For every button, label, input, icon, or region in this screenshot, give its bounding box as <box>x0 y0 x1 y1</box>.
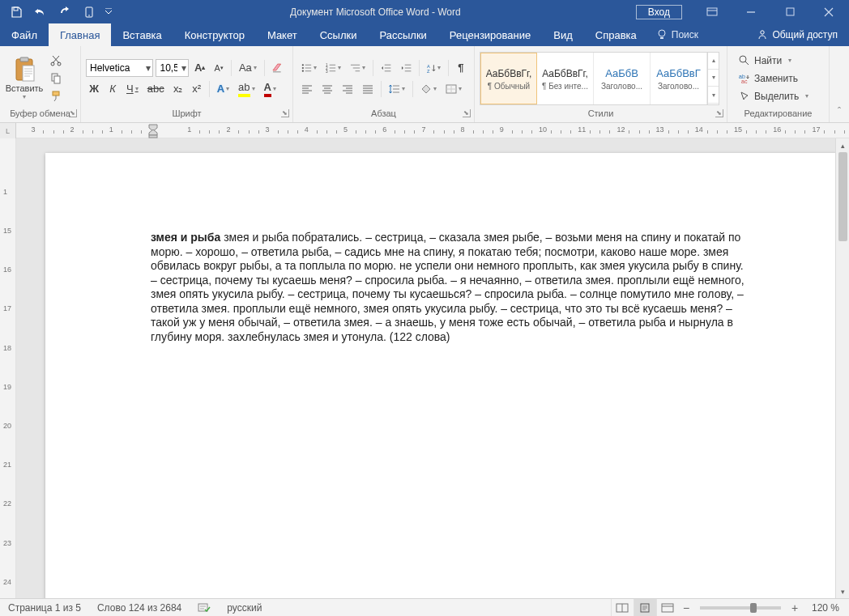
hanging-indent-icon[interactable] <box>148 130 158 138</box>
find-button[interactable]: Найти▾ <box>736 53 812 69</box>
align-center-icon[interactable] <box>318 80 336 98</box>
strikethrough-button[interactable]: abc <box>144 80 168 98</box>
ribbon-display-options-icon[interactable] <box>693 0 731 23</box>
zoom-level[interactable]: 120 % <box>802 599 849 616</box>
ruler-vertical[interactable]: 1151617181920212223242526 <box>0 138 16 598</box>
scroll-down-icon[interactable]: ▾ <box>836 584 849 598</box>
justify-icon[interactable] <box>359 80 377 98</box>
text-effects-icon[interactable]: A <box>214 80 233 98</box>
tab-file[interactable]: Файл <box>0 23 49 46</box>
decrease-indent-icon[interactable] <box>378 59 395 77</box>
underline-button[interactable]: Ч <box>123 80 142 98</box>
read-mode-icon[interactable] <box>611 599 634 617</box>
bold-button[interactable]: Ж <box>86 80 102 98</box>
style-normal[interactable]: АаБбВвГг,¶ Обычный <box>480 53 537 104</box>
tab-design[interactable]: Конструктор <box>173 23 256 46</box>
style-no-spacing[interactable]: АаБбВвГг,¶ Без инте... <box>537 53 594 104</box>
style-heading1[interactable]: АаБбВЗаголово... <box>594 53 651 104</box>
web-layout-icon[interactable] <box>656 599 679 617</box>
change-case-icon[interactable]: Aa <box>236 59 259 77</box>
ruler-corner[interactable]: L <box>0 123 16 138</box>
grow-font-icon[interactable]: A▴ <box>191 59 208 77</box>
font-dialog-launcher[interactable]: ⬊ <box>281 109 289 117</box>
font-size-input[interactable] <box>156 62 180 74</box>
gallery-more-icon[interactable]: ▾ <box>708 87 719 104</box>
print-layout-icon[interactable] <box>634 599 656 617</box>
tab-references[interactable]: Ссылки <box>309 23 369 46</box>
share-button[interactable]: Общий доступ <box>745 23 849 46</box>
replace-button[interactable]: abacЗаменить <box>736 70 812 87</box>
styles-dialog-launcher[interactable]: ⬊ <box>715 109 723 117</box>
select-button[interactable]: Выделить▾ <box>736 88 812 104</box>
line-spacing-icon[interactable] <box>386 80 408 98</box>
tab-review[interactable]: Рецензирование <box>438 23 542 46</box>
doc-lead: змея и рыба <box>151 231 224 244</box>
font-size-combo[interactable]: ▾ <box>156 59 189 77</box>
status-page[interactable]: Страница 1 из 5 <box>0 599 89 616</box>
minimize-icon[interactable] <box>732 0 770 23</box>
gallery-up-icon[interactable]: ▴ <box>708 53 719 70</box>
cut-icon[interactable] <box>47 53 65 69</box>
collapse-ribbon-icon[interactable]: ˆ <box>830 46 849 122</box>
tab-mailings[interactable]: Рассылки <box>368 23 437 46</box>
sort-icon[interactable]: AZ <box>424 59 444 77</box>
undo-icon[interactable] <box>29 2 52 22</box>
superscript-button[interactable]: x² <box>189 80 205 98</box>
multilevel-list-icon[interactable] <box>347 59 369 77</box>
scroll-thumb[interactable] <box>838 152 847 241</box>
tab-home[interactable]: Главная <box>49 23 111 46</box>
numbering-icon[interactable]: 123 <box>322 59 344 77</box>
status-spellcheck[interactable] <box>190 599 219 616</box>
font-color-icon[interactable]: A <box>261 80 279 98</box>
shrink-font-icon[interactable]: A▾ <box>211 59 227 77</box>
tab-layout[interactable]: Макет <box>256 23 309 46</box>
borders-icon[interactable] <box>442 80 465 98</box>
page-content[interactable]: змея и рыба змея и рыба побратались. – с… <box>45 153 837 368</box>
increase-indent-icon[interactable] <box>398 59 415 77</box>
tell-me[interactable]: Поиск <box>648 23 706 46</box>
clear-formatting-icon[interactable] <box>268 59 288 77</box>
chevron-down-icon[interactable]: ▾ <box>181 62 189 74</box>
italic-button[interactable]: К <box>105 80 121 98</box>
close-icon[interactable] <box>810 0 847 23</box>
window-title: Документ Microsoft Office Word - Word <box>115 6 636 18</box>
scroll-up-icon[interactable]: ▴ <box>836 138 849 152</box>
group-clipboard-label: Буфер обмена <box>10 108 70 118</box>
status-words[interactable]: Слово 124 из 2684 <box>89 599 190 616</box>
redo-icon[interactable] <box>53 2 76 22</box>
show-marks-icon[interactable]: ¶ <box>453 59 469 77</box>
page[interactable]: змея и рыба змея и рыба побратались. – с… <box>45 153 837 598</box>
clipboard-dialog-launcher[interactable]: ⬊ <box>69 109 77 117</box>
zoom-slider[interactable] <box>700 606 781 610</box>
tab-view[interactable]: Вид <box>542 23 584 46</box>
qat-customize-icon[interactable] <box>102 2 115 22</box>
shading-icon[interactable] <box>417 80 440 98</box>
zoom-in-button[interactable]: + <box>787 601 802 614</box>
gallery-down-icon[interactable]: ▾ <box>708 70 719 87</box>
highlight-icon[interactable]: ab <box>235 80 258 98</box>
ruler-horizontal[interactable]: L 3211234567891011121314151617 <box>0 123 849 138</box>
touch-mode-icon[interactable] <box>78 2 100 22</box>
paste-button[interactable]: Вставить ▾ <box>5 54 44 102</box>
format-painter-icon[interactable] <box>47 88 65 104</box>
align-right-icon[interactable] <box>339 80 356 98</box>
search-icon <box>739 55 750 66</box>
style-heading2[interactable]: АаБбВвГЗаголово... <box>651 53 707 104</box>
font-name-combo[interactable]: ▾ <box>86 59 153 77</box>
align-left-icon[interactable] <box>298 80 316 98</box>
zoom-handle[interactable] <box>750 603 757 613</box>
zoom-out-button[interactable]: − <box>679 601 693 614</box>
vertical-scrollbar[interactable]: ▴ ▾ <box>835 138 849 598</box>
subscript-button[interactable]: x₂ <box>170 80 186 98</box>
bullets-icon[interactable] <box>298 59 320 77</box>
save-icon[interactable] <box>5 2 28 22</box>
copy-icon[interactable] <box>47 70 65 87</box>
font-name-input[interactable] <box>87 62 143 74</box>
maximize-icon[interactable] <box>771 0 808 23</box>
tab-insert[interactable]: Вставка <box>111 23 173 46</box>
chevron-down-icon[interactable]: ▾ <box>143 62 153 74</box>
login-button[interactable]: Вход <box>636 5 682 19</box>
paragraph-dialog-launcher[interactable]: ⬊ <box>463 109 471 117</box>
status-language[interactable]: русский <box>219 599 270 616</box>
tab-help[interactable]: Справка <box>584 23 648 46</box>
